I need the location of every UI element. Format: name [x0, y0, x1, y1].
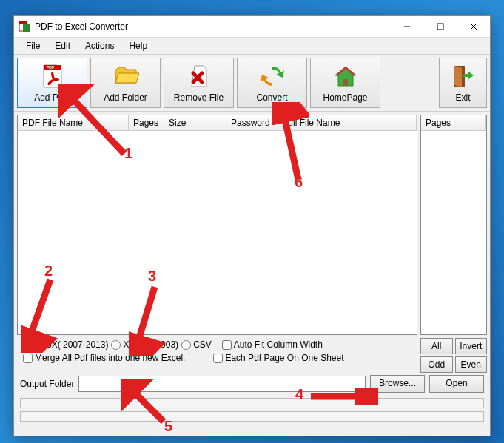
remove-file-label: Remove File — [174, 92, 224, 103]
convert-label: Convert — [256, 92, 287, 103]
app-window: PDF to Excel Converter File Edit Actions… — [13, 15, 491, 436]
window-title: PDF to Excel Converter — [35, 21, 390, 32]
remove-file-button[interactable]: Remove File — [164, 58, 234, 108]
svg-rect-4 — [437, 24, 443, 30]
pdf-icon: PDF — [39, 63, 66, 89]
add-pdf-button[interactable]: PDF Add PDF — [17, 58, 87, 108]
homepage-button[interactable]: HomePage — [310, 58, 380, 108]
app-icon — [19, 21, 30, 33]
add-folder-button[interactable]: Add Folder — [90, 58, 161, 108]
invert-button[interactable]: Invert — [455, 338, 488, 354]
output-folder-label: Output Folder — [20, 379, 74, 389]
selection-buttons: All Invert Odd Even — [420, 338, 487, 373]
add-pdf-label: Add PDF — [34, 92, 70, 103]
close-button[interactable] — [457, 16, 490, 37]
menu-actions[interactable]: Actions — [78, 38, 121, 53]
col-filename[interactable]: PDF File Name — [18, 115, 129, 130]
menu-file[interactable]: File — [19, 38, 47, 53]
homepage-label: HomePage — [323, 92, 367, 103]
all-button[interactable]: All — [420, 338, 453, 354]
checkbox-eachpage[interactable]: Each Pdf Page On One Sheet — [213, 353, 343, 363]
browse-button[interactable]: Browse... — [370, 375, 425, 393]
col-fullname[interactable]: Full File Name — [278, 115, 417, 130]
svg-rect-1 — [19, 21, 27, 24]
svg-rect-2 — [23, 24, 30, 32]
list-header: PDF File Name Pages Size Password Full F… — [18, 115, 417, 131]
output-row: Output Folder Browse... Open — [14, 373, 490, 395]
minimize-button[interactable] — [390, 16, 423, 37]
odd-button[interactable]: Odd — [420, 356, 453, 373]
convert-icon — [259, 63, 286, 89]
col-password[interactable]: Password — [226, 115, 278, 130]
titlebar: PDF to Excel Converter — [14, 16, 490, 38]
menu-edit[interactable]: Edit — [47, 38, 78, 53]
merge-options: Merge All Pdf files into one new Excel. … — [17, 351, 417, 365]
svg-rect-9 — [343, 79, 348, 86]
exit-label: Exit — [455, 92, 470, 103]
menubar: File Edit Actions Help — [14, 38, 490, 54]
even-button[interactable]: Even — [455, 356, 488, 373]
progress-bar-2 — [20, 411, 484, 422]
col-side-pages[interactable]: Pages — [421, 115, 486, 130]
svg-text:PDF: PDF — [47, 65, 54, 70]
col-pages[interactable]: Pages — [129, 115, 164, 130]
pages-list[interactable]: Pages — [420, 115, 487, 335]
maximize-button[interactable] — [423, 16, 457, 37]
home-icon — [332, 63, 359, 89]
format-options: XLSX( 2007-2013) XLS(97-2003) CSV Auto F… — [17, 338, 417, 351]
add-folder-label: Add Folder — [104, 92, 147, 103]
radio-csv[interactable]: CSV — [181, 339, 212, 350]
file-list[interactable]: PDF File Name Pages Size Password Full F… — [17, 115, 417, 335]
toolbar: PDF Add PDF Add Folder Remove File — [14, 54, 490, 112]
exit-button[interactable]: Exit — [439, 58, 487, 108]
open-button[interactable]: Open — [429, 375, 484, 393]
checkbox-merge[interactable]: Merge All Pdf files into one new Excel. — [23, 353, 185, 363]
menu-help[interactable]: Help — [121, 38, 155, 53]
checkbox-autofit[interactable]: Auto Fit Column Width — [222, 339, 323, 350]
output-folder-input[interactable] — [78, 376, 366, 392]
progress-bar-1 — [20, 398, 484, 408]
exit-icon — [450, 63, 477, 89]
content-area: PDF File Name Pages Size Password Full F… — [14, 112, 490, 338]
radio-xlsx[interactable]: XLSX( 2007-2013) — [23, 339, 108, 350]
convert-button[interactable]: Convert — [237, 58, 307, 108]
radio-xls[interactable]: XLS(97-2003) — [111, 339, 178, 350]
folder-icon — [112, 63, 139, 89]
remove-icon — [186, 63, 212, 89]
col-size[interactable]: Size — [164, 115, 226, 130]
